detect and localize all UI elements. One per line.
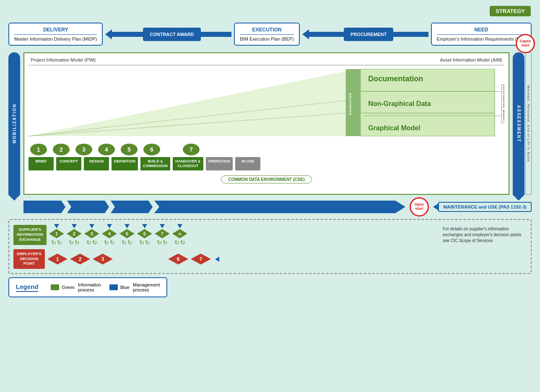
- mobilization-label: MOBILIZATION: [12, 103, 17, 143]
- refresh-5a: ↻: [122, 239, 127, 246]
- refresh-pair-6: ↻ ↻: [139, 239, 150, 246]
- col-1: 1 ↻ ↻: [49, 224, 64, 246]
- legend-blue-item: Blue Managementprocess: [109, 282, 160, 292]
- stage-oval-4: 4: [98, 144, 115, 155]
- refresh-1b: ↻: [57, 239, 62, 246]
- green-diamond-7: 7: [155, 229, 170, 238]
- refresh-pair-3: ↻ ↻: [86, 239, 97, 246]
- legend-green-desc: Informationprocess: [78, 282, 101, 292]
- supplier-section: SUPPLIER'SINFORMATIONEXCHANGE 1 ↻ ↻ 2 ↻ …: [8, 219, 532, 274]
- svg-marker-0: [29, 71, 346, 136]
- refresh-pair-n: ↻ ↻: [174, 239, 185, 246]
- main-diagram-row: MOBILIZATION Project Information Model (…: [8, 52, 532, 195]
- cde-area: COMMON DATA ENVIRONMENT (CDE): [29, 174, 504, 185]
- pim-label: Project Information Model (PIM): [31, 57, 96, 62]
- refresh-pair-7: ↻ ↻: [157, 239, 168, 246]
- employer-decision-label: EMPLOYER'SDECISIONPOINT: [13, 249, 45, 269]
- stage-concept: CONCEPT: [56, 157, 81, 170]
- cde-label: COMMON DATA ENVIRONMENT (CDE): [221, 175, 312, 183]
- red-note-arrow: [215, 257, 219, 262]
- stage-brief: BRIEF: [29, 157, 54, 170]
- right-side-text: Maintain, Refurbish, End of Life or Buil…: [527, 85, 530, 162]
- supplier-row: SUPPLIER'SINFORMATIONEXCHANGE 1 ↻ ↻ 2 ↻ …: [13, 224, 527, 246]
- strategy-badge: STRATEGY: [490, 6, 531, 16]
- right-arrow-body: ASSESSMENT: [513, 52, 524, 195]
- legend-blue-box: [109, 284, 118, 290]
- legend-title: Legend: [16, 283, 38, 292]
- refresh-pair-5: ↻ ↻: [122, 239, 132, 246]
- delivery-content: Master Information Delivery Plan (MIDP): [14, 36, 97, 41]
- stage-oval-5: 5: [121, 144, 138, 155]
- stage-oval-2: 2: [53, 144, 70, 155]
- left-side: MOBILIZATION: [8, 52, 20, 195]
- green-diamond-4: 4: [102, 229, 117, 238]
- procurement-arrow: PROCUREMENT: [302, 28, 428, 41]
- aim-graphical: Graphical Model: [364, 116, 504, 140]
- refresh-na: ↻: [174, 239, 179, 246]
- col-3: 3 ↻ ↻: [84, 224, 99, 246]
- left-arrow-body: MOBILIZATION: [8, 52, 20, 195]
- left-arrow-head: [8, 195, 20, 201]
- handover-label: HANDOVER: [348, 93, 352, 115]
- supplier-note: For details on supplier's information ex…: [443, 226, 527, 244]
- main-container: STRATEGY DELIVERY Master Information Del…: [0, 0, 540, 305]
- stage-handover: HANDOVER &CLOSEOUT: [173, 157, 203, 170]
- refresh-2a: ↻: [69, 239, 74, 246]
- need-area: NEED Employer's Information Requirements…: [431, 23, 532, 46]
- procurement: PROCUREMENT: [344, 28, 393, 41]
- contract-award: CONTRACT AWARD: [143, 28, 200, 41]
- employer-row: EMPLOYER'SDECISIONPOINT 1 2 3 6 7: [13, 249, 527, 269]
- refresh-2b: ↻: [75, 239, 80, 246]
- col-7: 7 ↻ ↻: [155, 224, 170, 246]
- col-5: 5 ↻ ↻: [119, 224, 135, 246]
- stage-design: DESIGN: [84, 157, 109, 170]
- down-arrow-2: [72, 224, 77, 228]
- execution-content: BIM Execution Plan (BEP): [240, 36, 293, 41]
- stage-oval-1: 1: [30, 144, 47, 155]
- contract-arrow: CONTRACT AWARD: [105, 28, 231, 41]
- down-arrow-6: [142, 224, 147, 228]
- down-arrow-3: [89, 224, 94, 228]
- handover-area: HANDOVER: [345, 67, 356, 140]
- refresh-4b: ↻: [110, 239, 115, 246]
- supplier-info-label: SUPPLIER'SINFORMATIONEXCHANGE: [13, 225, 47, 245]
- blue-chevron-2: [67, 201, 109, 213]
- refresh-3b: ↻: [92, 239, 97, 246]
- refresh-7b: ↻: [163, 239, 168, 246]
- col-n: n ↻ ↻: [172, 224, 187, 246]
- aim-documentation: Documentation: [364, 67, 504, 92]
- legend-blue-label: Blue: [120, 285, 130, 290]
- refresh-nb: ↻: [180, 239, 185, 246]
- need-content: Employer's Information Requirements (EIR…: [437, 36, 526, 41]
- blue-chevron-3: [111, 201, 153, 213]
- legend-blue-desc: Managementprocess: [133, 282, 160, 292]
- legend-area: Legend Green Informationprocess Blue Man…: [8, 277, 532, 297]
- refresh-5b: ↻: [127, 239, 132, 246]
- legend-box: Legend Green Informationprocess Blue Man…: [8, 277, 167, 297]
- top-row: DELIVERY Master Information Delivery Pla…: [8, 23, 532, 46]
- green-diamond-1: 1: [49, 229, 64, 238]
- delivery-box: DELIVERY Master Information Delivery Pla…: [8, 23, 103, 46]
- stage-oval-7: 7: [183, 144, 200, 155]
- refresh-4a: ↻: [104, 239, 109, 246]
- down-arrow-7: [160, 224, 165, 228]
- green-diamond-5: 5: [119, 229, 135, 238]
- legend-green-label: Green: [62, 285, 75, 290]
- stage-operation: OPERATION: [206, 157, 233, 170]
- assessment-label: ASSESSMENT: [517, 105, 521, 142]
- aim-label: Asset Information Model (AIM): [440, 57, 502, 62]
- red-diamond-7: 7: [191, 254, 211, 265]
- green-diamond-3: 3: [84, 229, 99, 238]
- refresh-pair-4: ↻ ↻: [104, 239, 115, 246]
- down-arrow-n: [177, 224, 182, 228]
- green-diamond-6: 6: [137, 229, 152, 238]
- red-diamond-1: 1: [47, 254, 68, 265]
- execution-box: EXECUTION BIM Execution Plan (BEP): [234, 23, 299, 46]
- red-diamond-3: 3: [93, 254, 113, 265]
- down-arrow-1: [54, 224, 59, 228]
- maintenance-area: MAINTENANCE and USE (PAS 1192-3): [433, 202, 532, 212]
- refresh-6a: ↻: [139, 239, 144, 246]
- stages-ovals-row: 1 2 3 4 5 6 7: [29, 144, 504, 155]
- stage-labels-row: BRIEF CONCEPT DESIGN DEFINITION BUILD &C…: [29, 157, 504, 170]
- pim-aim-separator: [29, 65, 504, 65]
